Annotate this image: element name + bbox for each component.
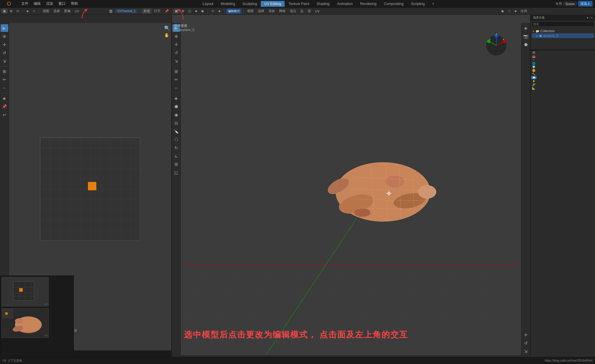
tree-item-collection[interactable]: ▸ 📁 Collection	[532, 29, 594, 33]
menu-help[interactable]: 帮助	[69, 1, 80, 7]
uv-tool-rip[interactable]: ◈	[1, 94, 8, 102]
vp-right-rotate-gizmo[interactable]: ↺	[522, 339, 530, 347]
uv-channel-selector[interactable]: UVChannel_1	[115, 9, 138, 13]
uv-new-btn[interactable]: 新建	[142, 8, 152, 14]
vp-tool-knife[interactable]: 🔪	[172, 127, 180, 135]
prop-tab-physics[interactable]: ⚡	[531, 80, 537, 83]
vp-snap[interactable]: ◈	[216, 9, 222, 14]
prop-tab-scene[interactable]: 🌐	[531, 62, 537, 65]
vp-global-btn[interactable]: 全局	[519, 8, 529, 14]
uv-tool-undo[interactable]: ↩	[1, 111, 8, 119]
uv-image-icon[interactable]: 🖼	[107, 9, 114, 14]
vp-tool-bevel[interactable]: ◉	[172, 111, 180, 119]
viewport-gizmo[interactable]: X Y Z	[485, 34, 508, 57]
tab-shading[interactable]: Shading	[313, 1, 333, 7]
prop-tab-object[interactable]: 🟠	[531, 69, 537, 72]
tab-scripting[interactable]: Scripting	[407, 1, 428, 7]
scene-3d[interactable]: X Y Z	[181, 23, 521, 355]
vp-header-vertex[interactable]: 顶点	[288, 8, 298, 14]
uv-tool-rotate[interactable]: ↺	[1, 49, 8, 57]
vp-overlay-btn[interactable]: ◉	[499, 8, 506, 14]
vp-right-camera[interactable]: 📷	[522, 32, 530, 40]
vp-header-mesh[interactable]: 网格	[277, 8, 287, 14]
uv-tool-pin[interactable]: 📌	[1, 103, 8, 110]
uv-tool-select[interactable]: ▶	[1, 24, 8, 32]
prop-tab-view-layer[interactable]: ⬡	[531, 58, 537, 61]
uv-tool-scale[interactable]: ⇲	[1, 57, 8, 65]
thumbnail-1[interactable]: 100	[1, 277, 49, 306]
vp-tool-transform[interactable]: ⊞	[172, 68, 180, 75]
vp-tool-loop-cut[interactable]: ⊟	[172, 119, 180, 127]
uv-tool-move[interactable]: ✛	[1, 41, 8, 48]
vp-gizmo-btn[interactable]: ⊹	[506, 8, 512, 14]
uv-zoom-out[interactable]: ✋	[164, 33, 170, 37]
vp-tool-rotate[interactable]: ↺	[172, 49, 180, 57]
menu-render[interactable]: 渲染	[44, 1, 56, 7]
menu-edit[interactable]: 编辑	[31, 1, 43, 7]
vp-tool-spin[interactable]: ↻	[172, 144, 180, 152]
uv-pin-btn[interactable]: 📌	[163, 9, 171, 14]
vp-tool-poly-build[interactable]: ⬡	[172, 136, 180, 143]
vp-header-uv[interactable]: UV	[313, 9, 321, 14]
uv-tool-transform[interactable]: ⊞	[1, 68, 8, 75]
tab-sculpting[interactable]: Sculpting	[239, 1, 260, 7]
tab-modeling[interactable]: Modeling	[217, 1, 239, 7]
viewport-panel[interactable]: 用户透视 (1) airplane_0 ▶ ⊕ ✛ ↺ ⇲ ⊞ ✏ ↔ ◈ ⬟ …	[172, 15, 530, 355]
uv-proportional[interactable]: ⊙	[14, 9, 21, 14]
vp-tool-scale[interactable]: ⇲	[172, 57, 180, 65]
menu-file[interactable]: 文件	[19, 1, 31, 7]
vp-right-view-lock[interactable]: ◈	[522, 24, 530, 32]
prop-tab-output[interactable]: 📤	[531, 55, 537, 58]
vp-mode-selector[interactable]: 编辑模式	[226, 9, 242, 14]
vp-proportional[interactable]: ⊙	[210, 9, 216, 14]
vp-header-edge[interactable]: 边	[299, 8, 305, 14]
prop-tab-world[interactable]: 🌍	[531, 65, 537, 68]
thumbnail-2[interactable]: 156	[1, 308, 49, 338]
uv-tool-measure[interactable]: ↔	[1, 84, 8, 92]
tab-uv-editing[interactable]: UV Editing	[261, 1, 285, 7]
outliner-search-input[interactable]	[532, 22, 594, 27]
uv-select-mode[interactable]: ⊞	[8, 9, 14, 14]
tab-compositing[interactable]: Compositing	[380, 1, 407, 7]
prop-tab-particles[interactable]: ⬟	[531, 76, 537, 79]
tab-texture-paint[interactable]: Texture Paint	[285, 1, 313, 7]
uv-pivot-btn[interactable]: ⊹	[31, 9, 37, 14]
uv-zoom-in[interactable]: 🔍	[164, 25, 170, 31]
uv-image-menu[interactable]: 图像	[62, 8, 72, 14]
tab-animation[interactable]: Animation	[333, 1, 356, 7]
uv-view-btn[interactable]: ▣	[1, 9, 8, 14]
uv-open-btn[interactable]: 打开	[152, 8, 162, 14]
uv-tool-annotate[interactable]: ✏	[1, 76, 8, 83]
vp-tool-measure[interactable]: ↔	[172, 84, 180, 92]
vp-tool-cursor[interactable]: ⊕	[172, 32, 180, 40]
vp-select-mode[interactable]: ⊞	[180, 9, 186, 14]
vp-header-add[interactable]: 添加	[267, 8, 277, 14]
vp-shading2[interactable]: ◉	[199, 9, 206, 14]
vp-tool-shear[interactable]: ◱	[172, 169, 180, 176]
vp-view-icon[interactable]: ▣	[173, 9, 180, 14]
vp-tool-move[interactable]: ✛	[172, 41, 180, 48]
vp-right-move-gizmo[interactable]: ✛	[522, 331, 530, 339]
vp-tool-annotate[interactable]: ✏	[172, 76, 180, 83]
vp-tool-smooth[interactable]: ⊾	[172, 152, 180, 160]
vp-tool-inset[interactable]: ⬟	[172, 103, 180, 110]
vp-tool-shrink[interactable]: ⊞	[172, 160, 180, 168]
uv-snap-btn[interactable]: ◈	[25, 9, 30, 14]
vp-header-face[interactable]: 面	[306, 8, 313, 14]
prop-tab-object-data[interactable]: 📐	[531, 87, 537, 90]
vp-snap-btn2[interactable]: ◈	[513, 8, 519, 14]
uv-select-menu[interactable]: 选择	[52, 8, 62, 14]
vp-shading1[interactable]: ◈	[193, 9, 199, 14]
uv-tool-cursor[interactable]: ⊕	[1, 32, 8, 40]
prop-tab-constraints[interactable]: 🔗	[531, 83, 537, 86]
vp-tool-extrude[interactable]: ◈	[172, 94, 180, 102]
menu-window[interactable]: 窗口	[56, 1, 68, 7]
uv-uv-menu[interactable]: UV	[73, 9, 81, 14]
vp-xray[interactable]: ◫	[186, 9, 193, 14]
prop-tab-modifier[interactable]: 🔧	[531, 73, 537, 76]
tab-rendering[interactable]: Rendering	[357, 1, 380, 7]
vp-right-scale-gizmo[interactable]: ⇲	[522, 347, 530, 355]
outliner-filter-btn[interactable]: ▼	[586, 16, 589, 19]
prop-tab-render[interactable]: 🎬	[531, 51, 537, 54]
scene-dropdown[interactable]: Scene	[563, 1, 577, 6]
